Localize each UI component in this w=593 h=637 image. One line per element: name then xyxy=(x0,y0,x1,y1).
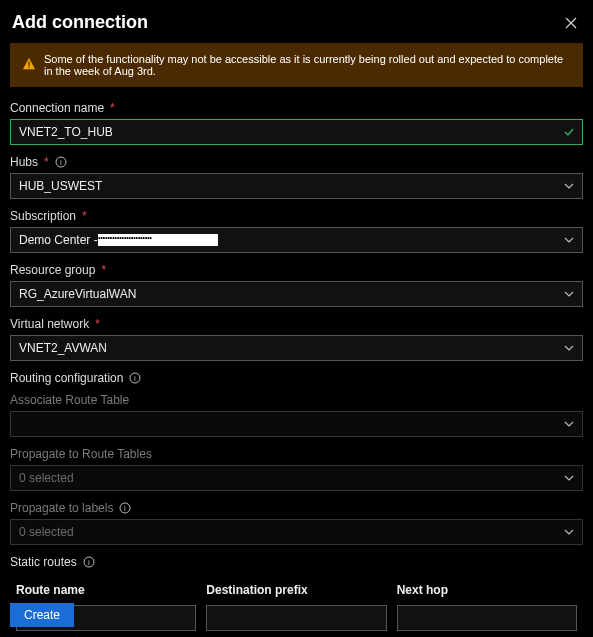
chevron-down-icon xyxy=(562,525,576,539)
static-routes-label: Static routes xyxy=(10,555,77,569)
required-indicator: * xyxy=(101,263,106,277)
propagate-labels-select[interactable]: 0 selected xyxy=(10,519,583,545)
info-icon[interactable]: i xyxy=(83,556,95,568)
chevron-down-icon xyxy=(562,471,576,485)
chevron-down-icon xyxy=(562,417,576,431)
create-button[interactable]: Create xyxy=(10,603,74,627)
next-hop-header: Next hop xyxy=(397,583,577,597)
propagate-route-tables-select[interactable]: 0 selected xyxy=(10,465,583,491)
required-indicator: * xyxy=(82,209,87,223)
associate-route-table-select[interactable] xyxy=(10,411,583,437)
info-icon[interactable]: i xyxy=(119,502,131,514)
svg-text:i: i xyxy=(60,158,62,167)
info-icon[interactable]: i xyxy=(55,156,67,168)
close-icon[interactable] xyxy=(563,15,579,31)
info-icon[interactable]: i xyxy=(129,372,141,384)
required-indicator: * xyxy=(110,101,115,115)
page-title: Add connection xyxy=(12,12,148,33)
next-hop-input[interactable] xyxy=(397,605,577,631)
hubs-label: Hubs xyxy=(10,155,38,169)
subscription-label: Subscription xyxy=(10,209,76,223)
svg-rect-4 xyxy=(28,67,29,68)
check-icon xyxy=(562,125,576,139)
svg-text:i: i xyxy=(88,558,90,567)
chevron-down-icon xyxy=(562,287,576,301)
chevron-down-icon xyxy=(562,233,576,247)
chevron-down-icon xyxy=(562,341,576,355)
redacted-text xyxy=(98,234,218,246)
route-name-header: Route name xyxy=(16,583,196,597)
virtual-network-select[interactable]: VNET2_AVWAN xyxy=(10,335,583,361)
resource-group-select[interactable]: RG_AzureVirtualWAN xyxy=(10,281,583,307)
propagate-labels-label: Propagate to labels xyxy=(10,501,113,515)
required-indicator: * xyxy=(44,155,49,169)
connection-name-input[interactable]: VNET2_TO_HUB xyxy=(10,119,583,145)
warning-text: Some of the functionality may not be acc… xyxy=(44,53,571,77)
routing-config-label: Routing configuration xyxy=(10,371,123,385)
hubs-select[interactable]: HUB_USWEST xyxy=(10,173,583,199)
svg-rect-3 xyxy=(28,61,29,65)
associate-route-table-label: Associate Route Table xyxy=(10,393,129,407)
subscription-select[interactable]: Demo Center - xyxy=(10,227,583,253)
resource-group-label: Resource group xyxy=(10,263,95,277)
svg-text:i: i xyxy=(125,504,127,513)
warning-banner: Some of the functionality may not be acc… xyxy=(10,43,583,87)
connection-name-label: Connection name xyxy=(10,101,104,115)
destination-prefix-input[interactable] xyxy=(206,605,386,631)
required-indicator: * xyxy=(95,317,100,331)
destination-prefix-header: Destination prefix xyxy=(206,583,386,597)
svg-text:i: i xyxy=(135,374,137,383)
propagate-route-tables-label: Propagate to Route Tables xyxy=(10,447,152,461)
virtual-network-label: Virtual network xyxy=(10,317,89,331)
warning-icon xyxy=(22,57,36,73)
chevron-down-icon xyxy=(562,179,576,193)
